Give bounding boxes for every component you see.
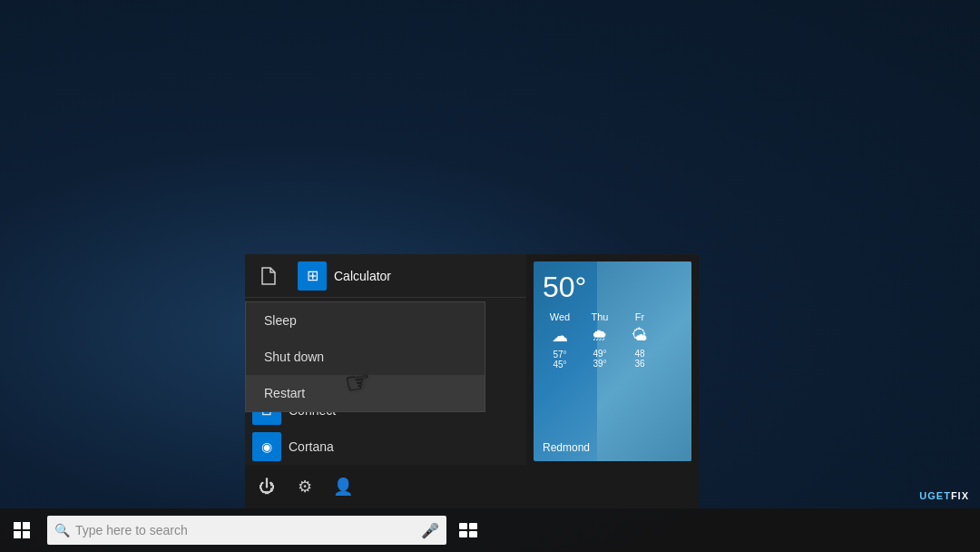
search-icon: 🔍 (54, 523, 70, 537)
sleep-button[interactable]: Sleep (246, 302, 485, 339)
file-icon-button[interactable] (252, 260, 285, 292)
svg-rect-3 (469, 531, 477, 537)
calculator-app-item[interactable]: ⊞ Calculator (290, 258, 398, 294)
start-bottom-row: ⏻ ⚙ 👤 (245, 465, 526, 508)
shutdown-button[interactable]: Shut down (246, 339, 485, 375)
search-bar[interactable]: 🔍 Type here to search 🎤 (47, 516, 446, 545)
file-icon (260, 266, 278, 286)
start-menu: ⊞ Calculator Sleep Shut down Restart (245, 254, 699, 508)
watermark-prefix: UGET (919, 490, 951, 501)
watermark-suffix: FIX (951, 490, 969, 501)
svg-rect-0 (459, 523, 467, 529)
weather-day-wed: Wed ☁ 57° 45° (543, 311, 577, 370)
weather-tile[interactable]: 50° Wed ☁ 57° 45° Thu 🌧 49° (534, 261, 691, 461)
watermark: UGETFIX (919, 490, 969, 501)
restart-button[interactable]: Restart (246, 375, 485, 411)
power-button[interactable]: ⏻ (249, 468, 285, 505)
cortana-icon: ◉ (252, 432, 281, 461)
windows-icon (14, 522, 30, 538)
cortana-menu-item[interactable]: ◉ Cortana (245, 429, 526, 465)
taskbar: 🔍 Type here to search 🎤 (0, 508, 980, 552)
svg-rect-1 (469, 523, 477, 529)
weather-forecast: Wed ☁ 57° 45° Thu 🌧 49° 39° (543, 311, 682, 370)
svg-rect-2 (459, 531, 467, 537)
settings-button[interactable]: ⚙ (287, 468, 323, 505)
search-placeholder-text: Type here to search (75, 523, 416, 537)
weather-location: Redmond (543, 441, 590, 454)
power-menu: Sleep Shut down Restart (245, 301, 485, 412)
weather-day-thu: Thu 🌧 49° 39° (583, 311, 617, 370)
microphone-icon[interactable]: 🎤 (421, 522, 439, 539)
user-button[interactable]: 👤 (325, 468, 361, 505)
weather-temperature: 50° (543, 271, 682, 304)
weather-day-fri: Fr 🌤 48 36 (622, 311, 657, 370)
start-button[interactable] (0, 508, 44, 552)
start-menu-left-panel: ⊞ Calculator Sleep Shut down Restart (245, 254, 526, 508)
start-top-bar: ⊞ Calculator (245, 254, 526, 298)
calculator-icon: ⊞ (298, 261, 327, 291)
task-view-button[interactable] (450, 508, 486, 552)
calculator-label: Calculator (334, 269, 391, 283)
desktop: 🔍 Type here to search 🎤 (0, 0, 980, 552)
start-menu-right-panel: 50° Wed ☁ 57° 45° Thu 🌧 49° (526, 254, 699, 508)
task-view-icon (459, 523, 477, 537)
